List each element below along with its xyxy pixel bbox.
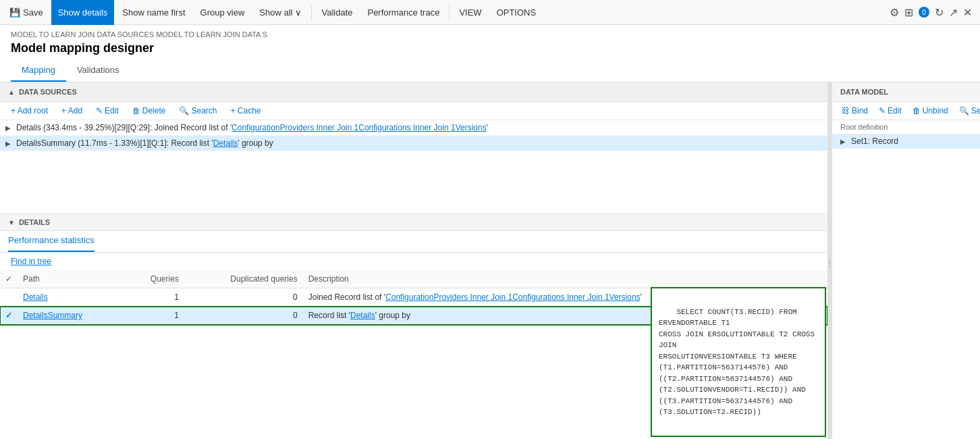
main-area: ▲ DATA SOURCES + Add root + Add ✎ Edit 🗑… xyxy=(0,82,980,439)
tree-toggle-details[interactable]: ▶ xyxy=(5,124,13,132)
refresh-icon[interactable]: ↻ xyxy=(935,6,944,19)
data-sources-panel: ▲ DATA SOURCES + Add root + Add ✎ Edit 🗑… xyxy=(0,82,827,214)
add-button[interactable]: + Add xyxy=(56,105,88,117)
col-queries: Queries xyxy=(124,270,184,288)
data-sources-toolbar: + Add root + Add ✎ Edit 🗑 Delete 🔍 Searc… xyxy=(0,102,827,120)
tree-item-summary-text: DetailsSummary (11.7ms - 1.33%)[1][Q:1]:… xyxy=(16,138,273,148)
queries-cell-summary: 1 xyxy=(124,307,184,325)
tab-bar: Mapping Validations xyxy=(11,61,969,82)
unbind-button[interactable]: 🗑 Unbind xyxy=(908,105,952,117)
tree-item-details-text: Details (343.4ms - 39.25%)[29][Q:29]: Jo… xyxy=(16,123,488,132)
main-toolbar: 💾 Save Show details Show name first Grou… xyxy=(0,0,980,25)
col-path: Path xyxy=(18,270,124,288)
details-toggle[interactable]: ▼ xyxy=(8,219,15,226)
breadcrumb: MODEL TO LEARN JOIN DATA SOURCES MODEL T… xyxy=(11,30,969,38)
search-icon: 🔍 xyxy=(179,106,189,115)
add-root-button[interactable]: + Add root xyxy=(5,105,53,117)
delete-icon: 🗑 xyxy=(132,106,140,115)
page-title: Model mapping designer xyxy=(11,41,969,55)
unbind-icon: 🗑 xyxy=(913,106,921,115)
path-cell-summary: DetailsSummary xyxy=(18,307,124,325)
dup-queries-cell-summary: 0 xyxy=(184,307,303,325)
close-icon[interactable]: ✕ xyxy=(963,6,972,19)
data-model-tree-toggle[interactable]: ▶ xyxy=(840,138,848,145)
details-header: ▼ DETAILS xyxy=(0,214,827,231)
notification-badge[interactable]: 0 xyxy=(919,7,929,18)
toolbar-icon-group: ⚙ ⊞ 0 ↻ ↗ ✕ xyxy=(884,6,977,19)
find-in-tree-link[interactable]: Find in tree xyxy=(0,253,827,270)
tab-mapping[interactable]: Mapping xyxy=(11,61,66,82)
settings-icon[interactable]: ⚙ xyxy=(890,6,899,19)
bind-icon: ⛓ xyxy=(842,106,850,115)
data-model-tree-item[interactable]: ▶ Set1: Record xyxy=(832,134,980,149)
check-cell-details xyxy=(0,288,18,307)
save-button[interactable]: 💾 Save xyxy=(3,0,50,25)
details-tab-bar: Performance statistics xyxy=(0,231,827,253)
delete-button[interactable]: 🗑 Delete xyxy=(127,105,171,117)
search-button[interactable]: 🔍 Search xyxy=(173,105,222,117)
sql-text: SELECT COUNT(T3.RECID) FROM ERVENDORTABL… xyxy=(659,308,819,417)
external-icon[interactable]: ↗ xyxy=(949,6,958,19)
data-sources-tree: ▶ Details (343.4ms - 39.25%)[29][Q:29]: … xyxy=(0,120,827,213)
show-name-first-button[interactable]: Show name first xyxy=(115,0,192,25)
model-edit-icon: ✎ xyxy=(879,106,886,115)
tree-item-details[interactable]: ▶ Details (343.4ms - 39.25%)[29][Q:29]: … xyxy=(0,120,827,136)
view-button[interactable]: VIEW xyxy=(452,0,488,25)
root-definition-label: Root definition xyxy=(832,120,980,134)
chevron-down-icon: ∨ xyxy=(295,7,302,18)
performance-trace-button[interactable]: Performance trace xyxy=(360,0,446,25)
edit-button[interactable]: ✎ Edit xyxy=(90,105,124,117)
options-button[interactable]: OPTIONS xyxy=(490,0,543,25)
col-check: ✓ xyxy=(0,270,18,288)
check-cell-summary: ✓ xyxy=(0,307,18,325)
save-icon: 💾 xyxy=(9,7,20,18)
path-cell-details: Details xyxy=(18,288,124,307)
office-icon[interactable]: ⊞ xyxy=(904,6,913,19)
show-details-button[interactable]: Show details xyxy=(51,0,115,25)
bind-button[interactable]: ⛓ ⛓ Bind Bind xyxy=(838,105,872,117)
data-model-panel: DATA MODEL ⛓ ⛓ Bind Bind ✎ Edit 🗑 Unbind… xyxy=(832,82,980,439)
group-view-button[interactable]: Group view xyxy=(194,0,252,25)
edit-icon: ✎ xyxy=(96,106,103,115)
check-mark-icon: ✓ xyxy=(5,311,12,320)
tab-performance-stats[interactable]: Performance statistics xyxy=(8,231,94,252)
data-model-toolbar: ⛓ ⛓ Bind Bind ✎ Edit 🗑 Unbind 🔍 Search xyxy=(832,102,980,120)
data-model-header: DATA MODEL xyxy=(832,82,980,102)
sql-panel: SELECT COUNT(T3.RECID) FROM ERVENDORTABL… xyxy=(651,287,826,437)
queries-cell-details: 1 xyxy=(124,288,184,307)
show-all-button[interactable]: Show all ∨ xyxy=(252,0,308,25)
model-search-button[interactable]: 🔍 Search xyxy=(955,105,980,117)
table-header: ✓ Path Queries Duplicated queries Descri… xyxy=(0,270,827,288)
validate-button[interactable]: Validate xyxy=(315,0,359,25)
cache-button[interactable]: + Cache xyxy=(225,105,266,117)
col-description: Description xyxy=(303,270,827,288)
tree-item-details-summary[interactable]: ▶ DetailsSummary (11.7ms - 1.33%)[1][Q:1… xyxy=(0,136,827,151)
tab-validations[interactable]: Validations xyxy=(66,61,130,82)
separator-1 xyxy=(311,5,312,20)
tree-toggle-summary[interactable]: ▶ xyxy=(5,140,13,147)
dup-queries-cell-details: 0 xyxy=(184,288,303,307)
data-sources-header: ▲ DATA SOURCES xyxy=(0,82,827,102)
model-search-icon: 🔍 xyxy=(959,106,969,115)
separator-2 xyxy=(449,5,450,20)
col-dup-queries: Duplicated queries xyxy=(184,270,303,288)
data-sources-toggle[interactable]: ▲ xyxy=(8,88,15,96)
page-header: MODEL TO LEARN JOIN DATA SOURCES MODEL T… xyxy=(0,25,980,82)
model-edit-button[interactable]: ✎ Edit xyxy=(875,105,906,117)
